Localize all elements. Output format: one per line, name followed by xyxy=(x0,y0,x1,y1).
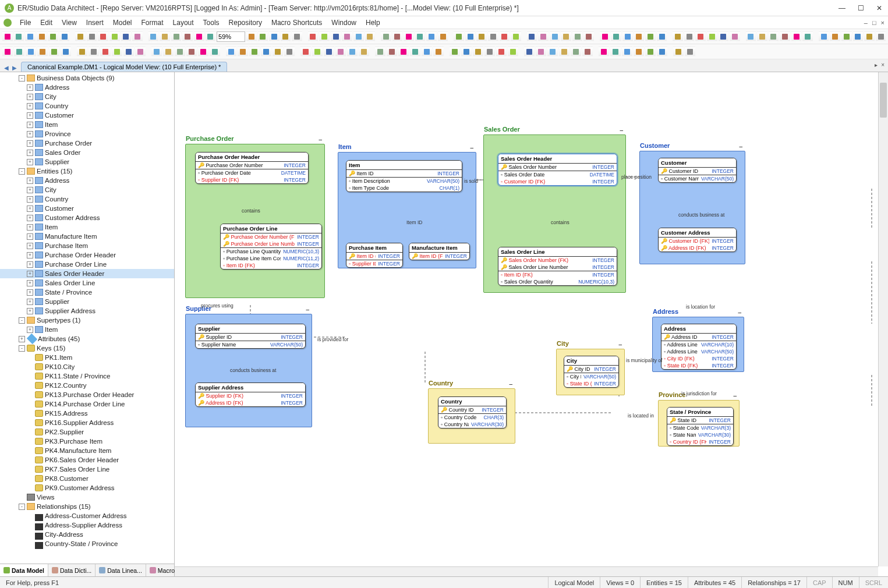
toolbar-button[interactable] xyxy=(160,31,170,42)
toolbar-button[interactable] xyxy=(284,47,295,57)
entity-itm[interactable]: Item🔑 Item IDINTEGER◦ Item DescriptionVA… xyxy=(346,160,462,192)
tree-item[interactable]: +Customer xyxy=(0,204,174,213)
toolbar-button[interactable] xyxy=(757,31,767,42)
tree-item[interactable]: +Customer xyxy=(0,111,174,120)
toolbar-button[interactable] xyxy=(645,31,656,42)
tree-item[interactable]: PK10.City xyxy=(0,362,174,371)
tree-item[interactable]: +Address xyxy=(0,83,174,92)
menu-help[interactable]: Help xyxy=(361,17,385,28)
app-menu-icon[interactable] xyxy=(3,19,12,27)
toolbar-button[interactable] xyxy=(175,47,185,57)
toolbar-button[interactable] xyxy=(100,47,111,57)
toolbar-button[interactable] xyxy=(527,31,537,42)
menu-file[interactable]: File xyxy=(15,17,36,28)
toolbar-button[interactable] xyxy=(281,31,291,42)
toolbar-button[interactable] xyxy=(2,31,13,42)
toolbar-button[interactable] xyxy=(210,47,220,57)
tree-item[interactable]: -Business Data Objects (9) xyxy=(0,73,174,83)
toolbar-button[interactable] xyxy=(645,47,656,57)
toolbar-button[interactable] xyxy=(347,47,358,57)
tree-item[interactable]: +Supplier xyxy=(0,157,174,167)
toolbar-button[interactable] xyxy=(830,31,840,42)
toolbar-button[interactable] xyxy=(841,31,852,42)
toolbar-button[interactable] xyxy=(496,47,507,57)
toolbar-button[interactable] xyxy=(853,31,864,42)
toolbar-button[interactable] xyxy=(622,47,632,57)
toolbar-button[interactable] xyxy=(433,47,444,57)
toolbar-button[interactable] xyxy=(226,47,236,57)
toolbar-button[interactable] xyxy=(536,47,546,57)
tree-item[interactable]: PK3.Purchase Item xyxy=(0,437,174,446)
toolbar-button[interactable] xyxy=(426,31,437,42)
toolbar-button[interactable] xyxy=(171,31,182,42)
toolbar-button[interactable] xyxy=(258,31,268,42)
toolbar-button[interactable] xyxy=(49,47,59,57)
tree-item[interactable]: PK6.Sales Order Header xyxy=(0,455,174,465)
toolbar-button[interactable] xyxy=(571,47,581,57)
toolbar-button[interactable] xyxy=(657,31,667,42)
toolbar-button[interactable] xyxy=(335,47,346,57)
toolbar-button[interactable] xyxy=(684,31,695,42)
tree-item[interactable]: PK12.Country xyxy=(0,381,174,390)
toolbar-button[interactable] xyxy=(198,47,208,57)
toolbar-button[interactable] xyxy=(547,47,558,57)
tree-item[interactable]: +Province xyxy=(0,129,174,139)
toolbar-button[interactable] xyxy=(319,31,330,42)
tree-item[interactable]: +Sales Order Line xyxy=(0,278,174,288)
toolbar-button[interactable] xyxy=(365,31,376,42)
tree-item[interactable]: PK4.Manufacture Item xyxy=(0,446,174,455)
mdi-minimize-button[interactable]: – xyxy=(864,19,868,26)
tree-item[interactable]: +Purchase Order Header xyxy=(0,250,174,260)
toolbar-button[interactable] xyxy=(151,47,162,57)
toolbar-button[interactable] xyxy=(583,31,594,42)
explorer-tab[interactable]: Data Dicti... xyxy=(48,564,95,576)
document-tab-active[interactable]: Canonical Example.DM1 - Logical Model Vi… xyxy=(21,62,227,72)
toolbar-button[interactable] xyxy=(780,31,790,42)
menu-edit[interactable]: Edit xyxy=(36,17,57,28)
tab-next-button[interactable]: ▶ xyxy=(10,63,19,72)
toolbar-button[interactable] xyxy=(61,47,71,57)
horizontal-scrollbar[interactable] xyxy=(175,566,878,576)
toolbar-button[interactable] xyxy=(342,31,352,42)
toolbar-button[interactable] xyxy=(37,31,47,42)
menu-tools[interactable]: Tools xyxy=(199,17,224,28)
toolbar-button[interactable] xyxy=(488,31,498,42)
toolbar-button[interactable] xyxy=(559,47,569,57)
tree-item[interactable]: +Supplier xyxy=(0,297,174,306)
toolbar-button[interactable] xyxy=(802,31,813,42)
toolbar-button[interactable] xyxy=(2,47,13,57)
tree-item[interactable]: Address-Supplier Address xyxy=(0,520,174,530)
toolbar-button[interactable] xyxy=(109,31,120,42)
diagram-canvas[interactable]: Purchase Order–Item–Sales Order–Customer… xyxy=(175,72,888,576)
toolbar-button[interactable] xyxy=(135,47,146,57)
toolbar-button[interactable] xyxy=(695,31,706,42)
toolbar-button[interactable] xyxy=(415,31,426,42)
toolbar-button[interactable] xyxy=(561,31,571,42)
toolbar-button[interactable] xyxy=(353,31,364,42)
explorer-tab[interactable]: Data Linea... xyxy=(95,564,146,576)
toolbar-button[interactable] xyxy=(511,31,521,42)
toolbar-button[interactable] xyxy=(387,47,397,57)
window-minimize-button[interactable]: — xyxy=(838,4,846,12)
toolbar-button[interactable] xyxy=(37,47,48,57)
tree-item[interactable]: -Keys (15) xyxy=(0,343,174,353)
entity-cit[interactable]: City🔑 City IDINTEGER◦ City NameVARCHAR(5… xyxy=(564,356,619,388)
toolbar-button[interactable] xyxy=(148,31,159,42)
window-close-button[interactable]: ✕ xyxy=(875,4,883,12)
tree-item[interactable]: +Address xyxy=(0,176,174,185)
toolbar-button[interactable] xyxy=(25,31,36,42)
toolbar-button[interactable] xyxy=(398,47,409,57)
entity-sup[interactable]: Supplier🔑 Supplier IDINTEGER◦ Supplier N… xyxy=(195,324,306,349)
menu-window[interactable]: Window xyxy=(327,17,361,28)
tree-item[interactable]: PK8.Customer xyxy=(0,474,174,483)
toolbar-button[interactable] xyxy=(572,31,583,42)
tree-item[interactable]: PK14.Purchase Order Line xyxy=(0,399,174,409)
toolbar-button[interactable] xyxy=(673,47,684,57)
model-tree[interactable]: -Business Data Objects (9)+Address+City+… xyxy=(0,72,174,564)
tree-item[interactable]: -Entities (15) xyxy=(0,167,174,176)
toolbar-button[interactable] xyxy=(404,31,414,42)
mdi-restore-button[interactable]: □ xyxy=(872,19,876,26)
toolbar-button[interactable] xyxy=(206,31,216,42)
tree-item[interactable]: -Supertypes (1) xyxy=(0,316,174,325)
tree-item[interactable]: +Manufacture Item xyxy=(0,232,174,241)
